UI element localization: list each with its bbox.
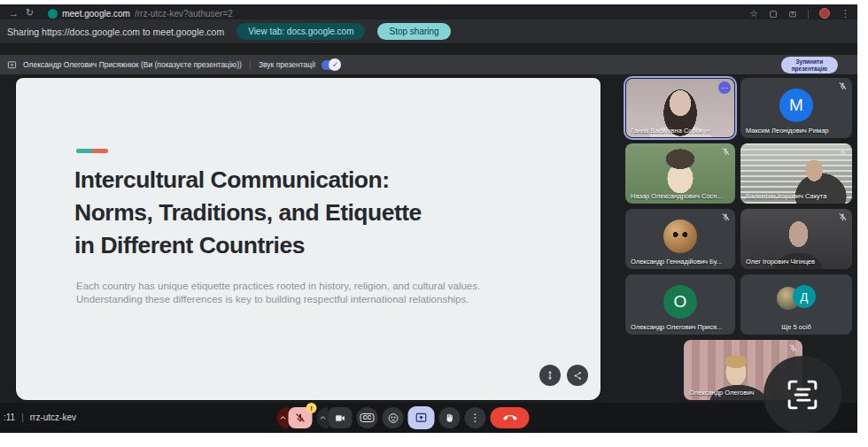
- profile-avatar[interactable]: [819, 8, 830, 19]
- participant-name: Назар Олександрович Сосн...: [631, 192, 732, 200]
- slide-title: Intercultural Communication: Norms, Trad…: [74, 164, 584, 262]
- resize-presentation-button[interactable]: [539, 365, 561, 386]
- scan-text-icon: [784, 376, 821, 413]
- participant-name: Ганна Василівна Сорокун: [631, 127, 732, 135]
- more-options-icon: ⋮: [470, 412, 481, 424]
- url-path: /rrz-utcz-kev?authuser=2: [135, 9, 233, 19]
- mic-off-icon: [838, 212, 848, 222]
- mic-mute-button[interactable]: !: [289, 407, 313, 428]
- reload-icon[interactable]: ↻: [26, 7, 34, 19]
- divider: |: [21, 412, 24, 422]
- shared-slide: Intercultural Communication: Norms, Trad…: [16, 78, 601, 400]
- screenshot-tool-overlay[interactable]: [763, 356, 841, 433]
- presentation-info-bar: Олександр Олегович Присяжнюк (Ви (показу…: [0, 55, 857, 74]
- share-tab-icon[interactable]: [788, 10, 797, 19]
- participant-tile[interactable]: Назар Олександрович Сосн...: [625, 143, 735, 204]
- participant-tile[interactable]: Олег Ігорович Чігінцев: [740, 209, 852, 269]
- divider: [808, 10, 809, 19]
- slide-title-line: Intercultural Communication:: [74, 164, 584, 197]
- tab-sharing-bar: Sharing https://docs.google.com to meet.…: [0, 19, 857, 44]
- captions-button[interactable]: CC: [357, 407, 378, 428]
- slide-accent-bar: [76, 149, 108, 153]
- extension-icon[interactable]: [769, 10, 778, 19]
- meeting-code: rrz-utcz-kev: [30, 412, 76, 422]
- camera-button[interactable]: [329, 407, 353, 428]
- more-people-tile[interactable]: Д Ще 5 осіб: [740, 274, 852, 335]
- mic-off-icon: [721, 212, 731, 222]
- mic-off-icon: [838, 147, 848, 157]
- participant-name: Максим Леонідович Римар: [746, 127, 849, 135]
- avatar: О: [663, 285, 697, 319]
- forward-icon[interactable]: →: [9, 8, 19, 19]
- cat-avatar: [663, 220, 697, 253]
- end-call-button[interactable]: [491, 407, 530, 428]
- stop-presentation-button[interactable]: Зупинити презентацію: [781, 57, 838, 73]
- slide-body-text: Each country has unique etiquette practi…: [76, 280, 590, 306]
- more-options-button[interactable]: ⋮: [465, 407, 486, 428]
- raise-hand-button[interactable]: [439, 407, 461, 428]
- clock-text: :11: [4, 412, 15, 422]
- overflow-avatars: Д: [777, 287, 816, 310]
- mic-off-icon: [838, 81, 848, 91]
- divider: [250, 60, 251, 70]
- toggle-check-icon: ✓: [329, 58, 341, 71]
- participant-name: Олександр Олегович Прися...: [631, 323, 732, 331]
- participant-name: Олександр Геннадійович Бу...: [631, 258, 732, 266]
- participant-tile[interactable]: ⋯ Ганна Василівна Сорокун: [625, 78, 735, 138]
- url-host: meet.google.com: [62, 9, 130, 19]
- view-tab-button[interactable]: View tab: docs.google.com: [236, 23, 365, 40]
- meet-favicon-icon: [48, 9, 58, 19]
- share-button[interactable]: [567, 365, 588, 386]
- mic-off-icon: [721, 147, 731, 157]
- reactions-button[interactable]: [383, 407, 404, 428]
- participant-tile[interactable]: Валентин Ігорович Сакута: [740, 143, 852, 204]
- camera-options-chevron[interactable]: [317, 407, 329, 428]
- mic-off-icon: [788, 343, 798, 353]
- slide-title-line: in Different Countries: [74, 229, 584, 262]
- avatar: M: [779, 89, 813, 122]
- slide-body-line: Each country has unique etiquette practi…: [76, 280, 590, 293]
- participant-tile[interactable]: M Максим Леонідович Римар: [740, 78, 852, 138]
- browser-menu-icon[interactable]: ⋮: [841, 9, 850, 19]
- mic-options-chevron[interactable]: [277, 407, 289, 428]
- browser-address-bar: → ↻ meet.google.com /rrz-utcz-kev?authus…: [0, 4, 857, 19]
- sharing-status-text: Sharing https://docs.google.com to meet.…: [7, 27, 224, 37]
- present-now-button[interactable]: [408, 406, 435, 429]
- tile-menu-button[interactable]: ⋯: [718, 81, 731, 94]
- meet-control-bar: :11 | rrz-utcz-kev !: [0, 403, 857, 433]
- more-people-label: Ще 5 осіб: [740, 323, 852, 331]
- bookmark-star-icon[interactable]: ☆: [749, 9, 758, 19]
- captions-icon: CC: [360, 413, 374, 422]
- stop-presentation-label-2: презентацію: [792, 66, 827, 72]
- participant-name: Валентин Ігорович Сакута: [746, 192, 849, 200]
- participant-tile[interactable]: Олександр Геннадійович Бу...: [625, 209, 735, 269]
- participant-name: Олег Ігорович Чігінцев: [746, 258, 849, 266]
- stop-sharing-button[interactable]: Stop sharing: [377, 23, 450, 40]
- browser-window: → ↻ meet.google.com /rrz-utcz-kev?authus…: [0, 4, 857, 433]
- url-input[interactable]: meet.google.com /rrz-utcz-kev?authuser=2: [48, 9, 420, 19]
- avatar: Д: [793, 285, 816, 308]
- mic-warning-badge: !: [306, 403, 317, 413]
- meeting-info: :11 | rrz-utcz-kev: [4, 412, 76, 422]
- participant-tile[interactable]: О Олександр Олегович Прися...: [625, 274, 735, 335]
- presentation-audio-label: Звук презентації: [259, 60, 316, 69]
- stop-presentation-label-1: Зупинити: [795, 58, 823, 65]
- presenter-name-text: Олександр Олегович Присяжнюк (Ви (показу…: [23, 60, 242, 69]
- presentation-audio-toggle[interactable]: ✓: [322, 60, 340, 70]
- slide-title-line: Norms, Traditions, and Etiquette: [74, 197, 584, 229]
- slide-body-line: Understanding these differences is key t…: [76, 293, 590, 306]
- present-to-all-icon: [7, 60, 17, 70]
- more-options-icon: ⋯: [721, 84, 729, 92]
